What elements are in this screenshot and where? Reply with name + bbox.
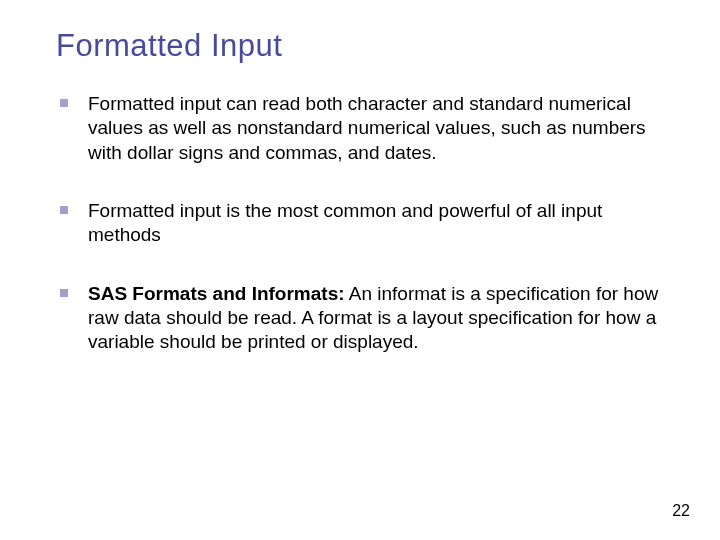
page-number: 22 (672, 502, 690, 520)
bullet-bold-prefix: SAS Formats and Informats: (88, 283, 345, 304)
bullet-text: Formatted input is the most common and p… (88, 200, 602, 245)
slide-title: Formatted Input (56, 28, 670, 64)
square-bullet-icon (60, 206, 68, 214)
bullet-list: Formatted input can read both character … (50, 92, 670, 355)
bullet-item: Formatted input is the most common and p… (60, 199, 670, 248)
square-bullet-icon (60, 99, 68, 107)
bullet-text: Formatted input can read both character … (88, 93, 646, 163)
square-bullet-icon (60, 289, 68, 297)
bullet-item: SAS Formats and Informats: An informat i… (60, 282, 670, 355)
bullet-item: Formatted input can read both character … (60, 92, 670, 165)
slide-container: Formatted Input Formatted input can read… (0, 0, 720, 355)
